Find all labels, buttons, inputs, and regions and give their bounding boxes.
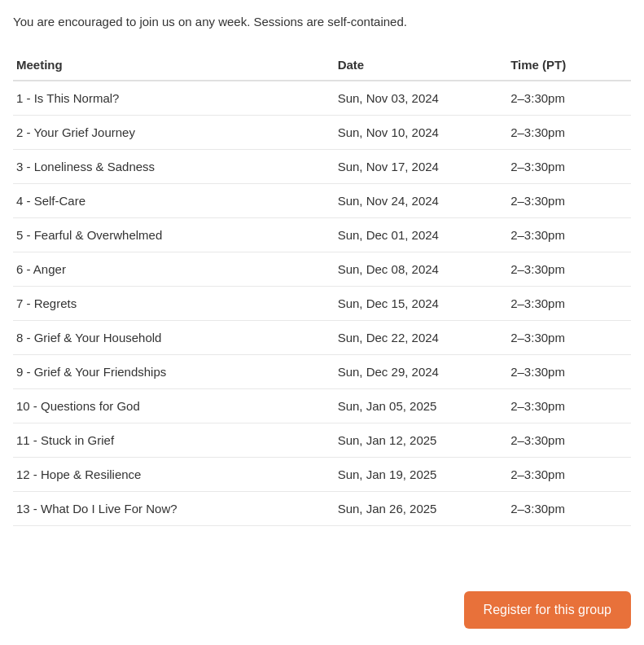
table-row: 5 - Fearful & OverwhelmedSun, Dec 01, 20… [13, 218, 631, 252]
cell-time: 2–3:30pm [507, 287, 631, 321]
cell-time: 2–3:30pm [507, 81, 631, 116]
table-row: 11 - Stuck in GriefSun, Jan 12, 20252–3:… [13, 423, 631, 458]
col-header-time: Time (PT) [507, 50, 631, 81]
cell-date: Sun, Dec 15, 2024 [335, 287, 508, 321]
table-row: 3 - Loneliness & SadnessSun, Nov 17, 202… [13, 150, 631, 184]
cell-meeting: 2 - Your Grief Journey [13, 116, 335, 150]
table-row: 4 - Self-CareSun, Nov 24, 20242–3:30pm [13, 184, 631, 218]
cell-meeting: 1 - Is This Normal? [13, 81, 335, 116]
table-row: 8 - Grief & Your HouseholdSun, Dec 22, 2… [13, 321, 631, 355]
cell-time: 2–3:30pm [507, 150, 631, 184]
cell-time: 2–3:30pm [507, 184, 631, 218]
cell-meeting: 13 - What Do I Live For Now? [13, 492, 335, 526]
cell-date: Sun, Nov 03, 2024 [335, 81, 508, 116]
cell-date: Sun, Jan 12, 2025 [335, 423, 508, 458]
table-row: 13 - What Do I Live For Now?Sun, Jan 26,… [13, 492, 631, 526]
table-row: 1 - Is This Normal?Sun, Nov 03, 20242–3:… [13, 81, 631, 116]
register-button[interactable]: Register for this group [464, 591, 631, 629]
table-row: 12 - Hope & ResilienceSun, Jan 19, 20252… [13, 458, 631, 492]
cell-meeting: 12 - Hope & Resilience [13, 458, 335, 492]
register-btn-container: Register for this group [451, 578, 644, 645]
cell-date: Sun, Nov 24, 2024 [335, 184, 508, 218]
cell-meeting: 4 - Self-Care [13, 184, 335, 218]
cell-meeting: 9 - Grief & Your Friendships [13, 355, 335, 389]
cell-time: 2–3:30pm [507, 458, 631, 492]
cell-time: 2–3:30pm [507, 116, 631, 150]
page-wrapper: You are encouraged to join us on any wee… [0, 0, 644, 608]
cell-date: Sun, Dec 29, 2024 [335, 355, 508, 389]
cell-meeting: 7 - Regrets [13, 287, 335, 321]
cell-meeting: 8 - Grief & Your Household [13, 321, 335, 355]
cell-time: 2–3:30pm [507, 423, 631, 458]
table-header-row: Meeting Date Time (PT) [13, 50, 631, 81]
meetings-table: Meeting Date Time (PT) 1 - Is This Norma… [13, 50, 631, 526]
cell-meeting: 10 - Questions for God [13, 389, 335, 423]
cell-time: 2–3:30pm [507, 389, 631, 423]
cell-date: Sun, Jan 19, 2025 [335, 458, 508, 492]
intro-text: You are encouraged to join us on any wee… [13, 13, 631, 30]
cell-time: 2–3:30pm [507, 492, 631, 526]
table-row: 6 - AngerSun, Dec 08, 20242–3:30pm [13, 252, 631, 287]
table-row: 2 - Your Grief JourneySun, Nov 10, 20242… [13, 116, 631, 150]
cell-date: Sun, Dec 22, 2024 [335, 321, 508, 355]
cell-meeting: 11 - Stuck in Grief [13, 423, 335, 458]
cell-meeting: 3 - Loneliness & Sadness [13, 150, 335, 184]
cell-time: 2–3:30pm [507, 218, 631, 252]
cell-date: Sun, Dec 01, 2024 [335, 218, 508, 252]
cell-time: 2–3:30pm [507, 321, 631, 355]
col-header-date: Date [335, 50, 508, 81]
table-row: 9 - Grief & Your FriendshipsSun, Dec 29,… [13, 355, 631, 389]
cell-date: Sun, Jan 05, 2025 [335, 389, 508, 423]
col-header-meeting: Meeting [13, 50, 335, 81]
table-row: 7 - RegretsSun, Dec 15, 20242–3:30pm [13, 287, 631, 321]
cell-meeting: 6 - Anger [13, 252, 335, 287]
cell-date: Sun, Jan 26, 2025 [335, 492, 508, 526]
cell-time: 2–3:30pm [507, 252, 631, 287]
cell-date: Sun, Nov 17, 2024 [335, 150, 508, 184]
cell-date: Sun, Dec 08, 2024 [335, 252, 508, 287]
cell-time: 2–3:30pm [507, 355, 631, 389]
cell-date: Sun, Nov 10, 2024 [335, 116, 508, 150]
cell-meeting: 5 - Fearful & Overwhelmed [13, 218, 335, 252]
table-row: 10 - Questions for GodSun, Jan 05, 20252… [13, 389, 631, 423]
